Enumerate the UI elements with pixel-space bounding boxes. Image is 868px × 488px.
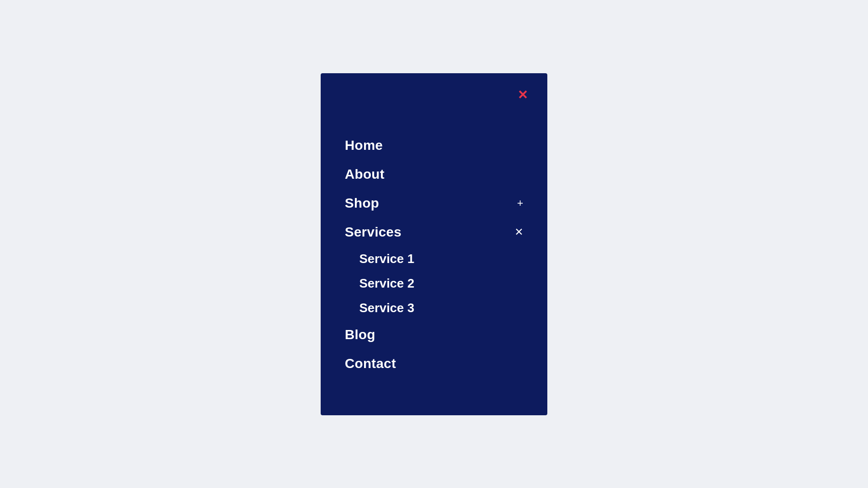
nav-item-services[interactable]: Services ✕ <box>345 218 523 247</box>
services-submenu: Service 1 Service 2 Service 3 <box>345 247 523 320</box>
nav-item-contact[interactable]: Contact <box>345 349 523 378</box>
nav-item-about-label: About <box>345 167 384 182</box>
services-collapse-icon[interactable]: ✕ <box>515 227 523 237</box>
close-button[interactable]: ✕ <box>514 87 532 103</box>
nav-item-home[interactable]: Home <box>345 131 523 160</box>
modal-overlay: ✕ Home About Shop + Services ✕ <box>0 0 868 488</box>
nav-menu: Home About Shop + Services ✕ Service 1 <box>345 131 523 378</box>
nav-item-blog[interactable]: Blog <box>345 320 523 349</box>
nav-item-shop-label: Shop <box>345 196 379 211</box>
nav-item-contact-label: Contact <box>345 356 396 371</box>
nav-item-home-label: Home <box>345 138 383 153</box>
nav-item-about[interactable]: About <box>345 160 523 189</box>
nav-panel: ✕ Home About Shop + Services ✕ <box>321 73 547 415</box>
submenu-item-service1-label: Service 1 <box>359 251 414 266</box>
nav-item-services-label: Services <box>345 224 402 240</box>
nav-item-shop[interactable]: Shop + <box>345 189 523 218</box>
nav-item-blog-label: Blog <box>345 327 375 343</box>
submenu-item-service3-label: Service 3 <box>359 301 414 315</box>
submenu-item-service3[interactable]: Service 3 <box>359 296 523 320</box>
shop-expand-icon[interactable]: + <box>517 198 523 209</box>
submenu-item-service2-label: Service 2 <box>359 276 414 290</box>
submenu-item-service1[interactable]: Service 1 <box>359 247 523 271</box>
submenu-item-service2[interactable]: Service 2 <box>359 271 523 296</box>
